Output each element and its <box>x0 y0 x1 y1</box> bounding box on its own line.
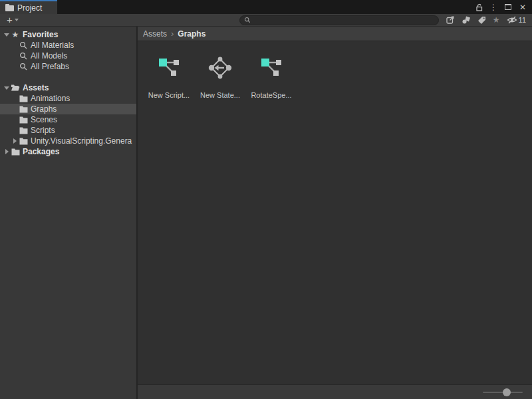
sidebar-tree: ★ Favorites All Materials All Models Al <box>0 27 138 399</box>
tab-project[interactable]: Project <box>0 0 57 14</box>
search-icon <box>244 17 251 23</box>
tab-strip: Project ⋮ ✕ <box>0 0 532 14</box>
breadcrumb-assets[interactable]: Assets <box>143 29 167 39</box>
sidebar-item-label: Packages <box>23 147 59 156</box>
search-input[interactable] <box>253 16 434 25</box>
sidebar-item-unity-visualscripting[interactable]: Unity.VisualScripting.Genera <box>0 136 136 146</box>
sidebar-item-all-models[interactable]: All Models <box>0 51 136 61</box>
slider-handle[interactable] <box>503 388 511 396</box>
open-in-new-window-icon[interactable] <box>442 15 458 26</box>
state-graph-icon <box>208 56 232 80</box>
status-bar <box>138 384 532 399</box>
breadcrumb-graphs[interactable]: Graphs <box>178 29 205 39</box>
asset-label: New Script... <box>148 91 190 99</box>
asset-item-rotatespeed[interactable]: RotateSpe... <box>247 56 296 99</box>
sidebar-item-label: All Materials <box>31 41 74 50</box>
sidebar-item-graphs[interactable]: Graphs <box>0 104 136 114</box>
search-icon <box>19 41 28 49</box>
search-bar[interactable] <box>239 15 439 25</box>
close-icon[interactable]: ✕ <box>517 2 528 13</box>
project-window: Project ⋮ ✕ + <box>0 0 532 399</box>
sidebar-item-scripts[interactable]: Scripts <box>0 125 136 136</box>
asset-item-new-state[interactable]: New State... <box>196 56 245 99</box>
asset-label: RotateSpe... <box>251 91 291 99</box>
sidebar-item-label: Unity.VisualScripting.Genera <box>31 136 132 146</box>
sidebar-item-label: Scenes <box>31 115 57 124</box>
folder-icon <box>19 127 28 134</box>
sidebar-item-label: All Prefabs <box>31 62 69 71</box>
asset-grid: New Script... New <box>138 41 532 384</box>
sidebar-item-scenes[interactable]: Scenes <box>0 114 136 125</box>
asset-label: New State... <box>200 91 240 99</box>
script-graph-icon <box>157 56 181 80</box>
plus-icon: + <box>7 15 13 25</box>
thumbnail-size-slider[interactable] <box>483 388 523 397</box>
folder-icon <box>19 138 28 145</box>
caret-collapsed-icon[interactable] <box>3 149 11 154</box>
hidden-count-toggle[interactable]: 11 <box>503 15 529 26</box>
folder-icon <box>19 95 28 102</box>
sidebar-item-label: All Models <box>31 51 67 61</box>
maximize-icon[interactable] <box>503 2 513 13</box>
star-icon: ★ <box>11 31 20 39</box>
chevron-down-icon <box>15 19 19 21</box>
sidebar-item-label: Graphs <box>31 104 57 114</box>
hidden-count: 11 <box>519 16 526 24</box>
breadcrumb: Assets › Graphs <box>138 27 532 41</box>
folder-icon <box>5 4 14 11</box>
caret-collapsed-icon[interactable] <box>11 138 19 144</box>
search-by-label-icon[interactable] <box>474 15 489 26</box>
sidebar-item-all-materials[interactable]: All Materials <box>0 40 136 51</box>
kebab-menu-icon[interactable]: ⋮ <box>488 2 499 13</box>
folder-icon <box>11 148 20 156</box>
sidebar-item-animations[interactable]: Animations <box>0 93 136 104</box>
open-folder-icon <box>11 84 20 92</box>
sidebar-item-packages[interactable]: Packages <box>0 146 136 157</box>
caret-expanded-icon[interactable] <box>3 86 11 90</box>
tab-label: Project <box>17 3 42 13</box>
eye-slash-icon <box>507 16 517 24</box>
toolbar: + <box>0 14 532 27</box>
saved-searches-star-icon[interactable]: ★ <box>489 15 503 26</box>
content-panel: Assets › Graphs New Script <box>138 27 532 399</box>
asset-item-new-script[interactable]: New Script... <box>144 56 194 99</box>
sidebar-item-label: Favorites <box>23 30 58 39</box>
search-icon <box>19 52 28 60</box>
chevron-right-icon: › <box>171 29 174 39</box>
search-icon <box>19 63 28 70</box>
folder-icon <box>19 116 28 124</box>
caret-expanded-icon[interactable] <box>3 33 11 37</box>
sidebar-item-all-prefabs[interactable]: All Prefabs <box>0 61 136 72</box>
unlock-icon[interactable] <box>473 2 484 13</box>
create-asset-button[interactable]: + <box>4 14 21 26</box>
sidebar-item-assets[interactable]: Assets <box>0 82 136 93</box>
sidebar-item-favorites[interactable]: ★ Favorites <box>0 29 136 40</box>
main-area: ★ Favorites All Materials All Models Al <box>0 27 532 399</box>
toolbar-icons: ★ 11 <box>442 15 529 26</box>
sidebar-item-label: Assets <box>23 83 49 92</box>
search-by-type-icon[interactable] <box>458 15 474 26</box>
script-graph-icon <box>259 56 283 80</box>
sidebar-item-label: Scripts <box>31 126 55 135</box>
sidebar-item-label: Animations <box>31 94 70 103</box>
folder-icon <box>19 106 28 113</box>
window-controls: ⋮ ✕ <box>473 0 532 14</box>
